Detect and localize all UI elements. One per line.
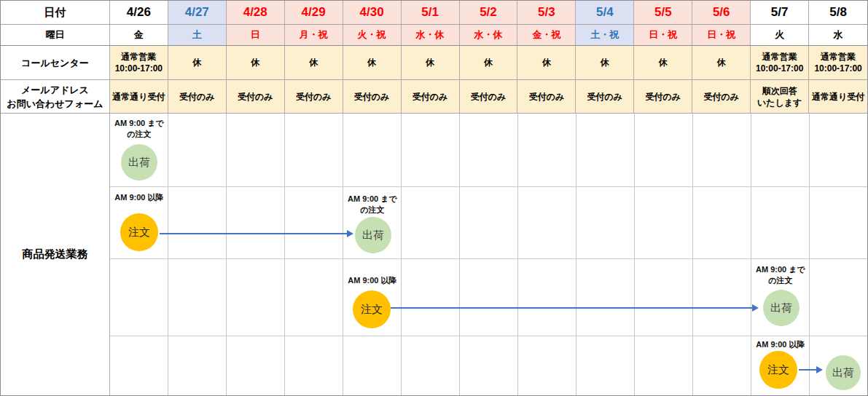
date-cell-5-6: 5/6 <box>692 1 751 25</box>
date-cell-4-28: 4/28 <box>227 1 285 25</box>
mail-cell-5-4: 受付のみ <box>576 80 634 114</box>
shipping-flow-area: AM 9:00 までの注文 出荷 AM 9:00 以降 注文 AM 9:00 ま… <box>110 114 867 395</box>
date-cell-4-27: 4/27 <box>168 1 227 25</box>
date-cell-4-26: 4/26 <box>110 1 168 25</box>
subrow-divider <box>110 186 867 187</box>
date-cell-4-29: 4/29 <box>285 1 343 25</box>
date-cell-5-4: 5/4 <box>576 1 634 25</box>
mail-cell-4-29: 受付のみ <box>285 80 343 114</box>
flow-arrow-3 <box>799 369 816 371</box>
date-row-label: 日付 <box>1 1 110 25</box>
ship-badge-5-7: 出荷 <box>763 290 799 326</box>
mail-cell-4-26: 通常通り受付 <box>110 80 168 114</box>
ship-badge-5-8: 出荷 <box>826 355 861 390</box>
call-cell-4-29: 休 <box>285 46 343 80</box>
date-cell-5-1: 5/1 <box>402 1 460 25</box>
day-cell-4-27: 土 <box>168 25 227 46</box>
order-badge-4-30: 注文 <box>353 290 391 328</box>
note-after9-4-26: AM 9:00 以降 <box>110 192 168 203</box>
mail-cell-5-7: 順次回答いたします <box>751 80 809 114</box>
mail-cell-5-8: 通常通り受付 <box>809 80 867 114</box>
date-cell-5-2: 5/2 <box>460 1 518 25</box>
day-cell-5-3: 金・祝 <box>517 25 576 46</box>
date-cell-4-30: 4/30 <box>343 1 402 25</box>
day-cell-4-29: 月・祝 <box>285 25 343 46</box>
day-cell-5-4: 土・祝 <box>576 25 634 46</box>
note-after9-4-30: AM 9:00 以降 <box>343 275 402 286</box>
call-cell-4-30: 休 <box>343 46 402 80</box>
note-before9-5-7: AM 9:00 までの注文 <box>751 264 810 286</box>
call-cell-5-8: 通常営業10:00-17:00 <box>809 46 867 80</box>
note-before9-4-30: AM 9:00 までの注文 <box>343 194 402 215</box>
mail-cell-5-1: 受付のみ <box>402 80 460 114</box>
mail-cell-4-30: 受付のみ <box>343 80 402 114</box>
date-cell-5-8: 5/8 <box>809 1 867 25</box>
date-row: 日付 4/26 4/27 4/28 4/29 4/30 5/1 5/2 5/3 … <box>1 1 867 25</box>
mail-row-label: メールアドレスお問い合わせフォーム <box>1 80 110 114</box>
call-cell-5-4: 休 <box>576 46 634 80</box>
day-cell-4-30: 火・祝 <box>343 25 402 46</box>
call-center-row-label: コールセンター <box>1 46 110 80</box>
shipping-row: 商品発送業務 AM 9:00 までの注文 出荷 AM 9:00 以降 注文 AM… <box>1 114 867 395</box>
call-cell-5-5: 休 <box>634 46 692 80</box>
call-cell-5-3: 休 <box>517 46 576 80</box>
call-cell-5-6: 休 <box>692 46 751 80</box>
shipping-row-label: 商品発送業務 <box>1 114 110 395</box>
day-cell-5-2: 水・休 <box>460 25 518 46</box>
call-center-row: コールセンター 通常営業10:00-17:00 休 休 休 休 休 休 休 休 … <box>1 46 867 80</box>
mail-cell-5-6: 受付のみ <box>692 80 751 114</box>
date-cell-5-5: 5/5 <box>634 1 692 25</box>
mail-cell-4-28: 受付のみ <box>227 80 285 114</box>
day-cell-4-26: 金 <box>110 25 168 46</box>
day-cell-5-5: 日・祝 <box>634 25 692 46</box>
call-cell-5-1: 休 <box>402 46 460 80</box>
mail-cell-5-3: 受付のみ <box>517 80 576 114</box>
order-badge-4-26: 注文 <box>120 213 158 251</box>
call-cell-4-28: 休 <box>227 46 285 80</box>
date-cell-5-3: 5/3 <box>517 1 576 25</box>
weekday-row-label: 曜日 <box>1 25 110 46</box>
flow-arrow-1 <box>160 233 347 234</box>
subrow-divider <box>110 258 867 259</box>
mail-row: メールアドレスお問い合わせフォーム 通常通り受付 受付のみ 受付のみ 受付のみ … <box>1 80 867 114</box>
mail-cell-5-5: 受付のみ <box>634 80 692 114</box>
call-cell-4-26: 通常営業10:00-17:00 <box>110 46 168 80</box>
day-cell-4-28: 日 <box>227 25 285 46</box>
note-after9-5-7: AM 9:00 以降 <box>751 339 810 350</box>
ship-badge-4-30: 出荷 <box>355 217 391 253</box>
day-cell-5-1: 水・休 <box>402 25 460 46</box>
note-before9-4-26: AM 9:00 までの注文 <box>110 118 168 140</box>
holiday-schedule-table: 日付 4/26 4/27 4/28 4/29 4/30 5/1 5/2 5/3 … <box>0 0 868 396</box>
call-cell-5-7: 通常営業10:00-17:00 <box>751 46 809 80</box>
day-cell-5-8: 水 <box>809 25 867 46</box>
mail-cell-5-2: 受付のみ <box>460 80 518 114</box>
ship-badge-4-26: 出荷 <box>121 144 157 181</box>
subrow-divider <box>110 336 867 336</box>
day-cell-5-6: 日・祝 <box>692 25 751 46</box>
order-badge-5-7: 注文 <box>759 351 797 389</box>
date-cell-5-7: 5/7 <box>751 1 809 25</box>
mail-cell-4-27: 受付のみ <box>168 80 227 114</box>
call-cell-4-27: 休 <box>168 46 227 80</box>
flow-arrow-2 <box>391 307 752 309</box>
day-cell-5-7: 火 <box>751 25 809 46</box>
weekday-row: 曜日 金 土 日 月・祝 火・祝 水・休 水・休 金・祝 土・祝 日・祝 日・祝… <box>1 25 867 46</box>
call-cell-5-2: 休 <box>460 46 518 80</box>
